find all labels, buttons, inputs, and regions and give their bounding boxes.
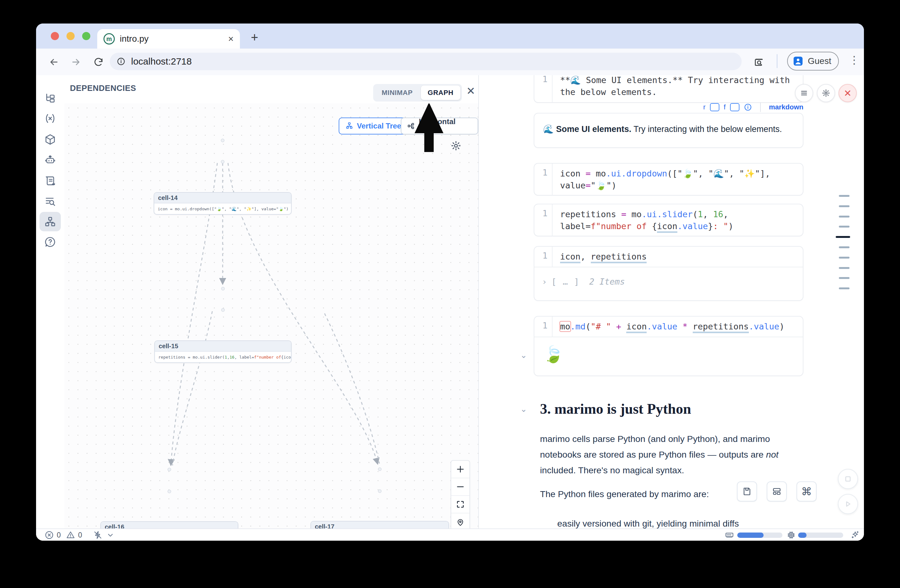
code-cell-dropdown[interactable]: 1 icon = mo.ui.dropdown(["🍃", "🌊", "✨"],… bbox=[534, 163, 804, 196]
minimap-dash[interactable] bbox=[839, 257, 849, 258]
cell-code[interactable]: repetitions = mo.ui.slider(1, 16,label=f… bbox=[552, 204, 734, 236]
dependency-graph-canvas[interactable]: Vertical Tree Horizontal Tree cell-14 ic… bbox=[64, 104, 478, 528]
sidebar-item-file-explorer[interactable] bbox=[39, 88, 61, 108]
profile-button[interactable]: Guest bbox=[787, 52, 839, 71]
sidebar-item-snippets[interactable] bbox=[39, 171, 61, 190]
tab-close-icon[interactable]: × bbox=[228, 34, 234, 43]
toggle-f-label: f bbox=[724, 103, 726, 111]
save-button[interactable] bbox=[737, 481, 757, 501]
fit-view-button[interactable] bbox=[451, 496, 469, 514]
line-number: 1 bbox=[534, 317, 552, 337]
line-number: 1 bbox=[534, 164, 552, 196]
sidebar-item-variables[interactable] bbox=[39, 109, 61, 128]
zoom-in-button[interactable] bbox=[451, 461, 469, 478]
window-minimize-button[interactable] bbox=[67, 32, 74, 40]
graph-node-cell-14[interactable]: cell-14 icon = mo.ui.dropdown(["🍃", "🌊",… bbox=[154, 192, 292, 215]
graph-node-cell-16[interactable]: cell-16 icon, repetitions bbox=[100, 521, 238, 528]
markdown-code-cell[interactable]: 1 **🌊 Some UI elements.** Try interactin… bbox=[534, 75, 804, 103]
sidebar-item-dependency-graph[interactable] bbox=[39, 212, 61, 231]
section-collapse-chevron-icon[interactable]: ⌄ bbox=[520, 404, 527, 414]
node-title: cell-15 bbox=[155, 341, 291, 352]
play-icon bbox=[844, 500, 852, 508]
site-info-icon[interactable] bbox=[116, 57, 126, 66]
language-label[interactable]: markdown bbox=[769, 103, 804, 111]
collapse-chevron-icon[interactable]: ⌄ bbox=[520, 350, 527, 360]
dependencies-panel: DEPENDENCIES MINIMAP GRAPH ✕ bbox=[64, 75, 478, 528]
toggle-r-switch[interactable] bbox=[710, 103, 719, 111]
sidebar-item-help[interactable] bbox=[39, 232, 61, 252]
expand-chevron-icon[interactable]: › bbox=[542, 277, 547, 286]
file-tree-icon bbox=[44, 92, 56, 104]
ai-sparkle-icon[interactable] bbox=[850, 530, 860, 540]
window-zoom-button[interactable] bbox=[82, 32, 90, 40]
panel-close-icon[interactable]: ✕ bbox=[466, 85, 475, 97]
code-cell-tuple[interactable]: 1 icon, repetitions ›[…] 2 Items bbox=[534, 246, 804, 301]
graph-settings-button[interactable] bbox=[451, 141, 461, 151]
tab-search-icon[interactable] bbox=[754, 57, 764, 67]
layout-button[interactable] bbox=[767, 481, 787, 501]
code-cell-md[interactable]: 1 mo.md("# " + icon.value * repetitions.… bbox=[534, 316, 804, 376]
help-bubble-icon bbox=[44, 236, 56, 248]
cell-toolbar: r f markdown bbox=[534, 100, 804, 114]
minimap-dash[interactable] bbox=[839, 288, 849, 289]
zoom-out-button[interactable] bbox=[451, 478, 469, 496]
reload-icon[interactable] bbox=[93, 57, 104, 67]
autorun-off-icon[interactable] bbox=[93, 530, 102, 540]
minimap-dash[interactable] bbox=[836, 236, 850, 238]
minimap-dash[interactable] bbox=[839, 205, 849, 207]
minimap-dash[interactable] bbox=[839, 246, 849, 248]
notebook-settings-button[interactable] bbox=[817, 84, 835, 102]
sidebar-item-packages[interactable] bbox=[39, 130, 61, 149]
shutdown-button[interactable]: ✕ bbox=[838, 84, 857, 102]
keyboard-shortcuts-button[interactable]: ⌘ bbox=[796, 481, 816, 501]
warnings-icon[interactable] bbox=[66, 530, 75, 540]
new-tab-button[interactable]: + bbox=[251, 30, 258, 45]
dependency-edges bbox=[64, 104, 478, 528]
window-close-button[interactable] bbox=[51, 32, 59, 40]
node-code: repetitions = mo.ui.slider(1, 16, label=… bbox=[155, 352, 291, 362]
tab-graph[interactable]: GRAPH bbox=[421, 85, 460, 100]
minimap-dash[interactable] bbox=[839, 195, 849, 197]
browser-tab[interactable]: m intro.py × bbox=[97, 29, 240, 49]
vertical-tree-button[interactable]: Vertical Tree bbox=[339, 118, 407, 135]
minimap-dash[interactable] bbox=[839, 226, 849, 227]
back-icon[interactable] bbox=[49, 57, 59, 67]
run-button[interactable] bbox=[838, 494, 858, 514]
cell-code[interactable]: icon, repetitions bbox=[552, 247, 647, 267]
browser-window: m intro.py × + localhost:2718 Guest ⋮ bbox=[36, 23, 864, 541]
notebook-menu-button[interactable] bbox=[795, 84, 813, 102]
toggle-r-label: r bbox=[703, 103, 706, 111]
line-number: 1 bbox=[534, 247, 552, 267]
minimap-dash[interactable] bbox=[839, 216, 849, 218]
node-title: cell-16 bbox=[101, 522, 238, 528]
items-count: 2 Items bbox=[589, 277, 625, 286]
info-icon[interactable] bbox=[744, 103, 752, 111]
errors-icon[interactable] bbox=[45, 530, 54, 540]
sidebar-item-table-of-contents[interactable] bbox=[39, 192, 61, 211]
status-bar: 0 0 bbox=[36, 528, 864, 541]
sidebar-item-ai-chat[interactable] bbox=[39, 150, 61, 170]
minimap-dash[interactable] bbox=[839, 267, 849, 269]
minimap-dash[interactable] bbox=[839, 277, 849, 279]
fullscreen-icon bbox=[456, 500, 465, 509]
code-cell-slider[interactable]: 1 repetitions = mo.ui.slider(1, 16,label… bbox=[534, 204, 804, 236]
browser-menu-icon[interactable]: ⋮ bbox=[849, 54, 860, 66]
graph-node-cell-17[interactable]: cell-17 mo.md("# " + icon.value * repeti… bbox=[310, 521, 449, 528]
graph-node-cell-15[interactable]: cell-15 repetitions = mo.ui.slider(1, 16… bbox=[154, 340, 292, 363]
errors-count: 0 bbox=[57, 531, 61, 539]
cell-code[interactable]: mo.md("# " + icon.value * repetitions.va… bbox=[552, 317, 784, 337]
tab-minimap[interactable]: MINIMAP bbox=[375, 85, 420, 100]
locate-node-button[interactable] bbox=[451, 514, 469, 528]
status-chevron-icon[interactable] bbox=[106, 530, 115, 540]
cell-output[interactable]: ›[…] 2 Items bbox=[534, 267, 803, 296]
package-cube-icon bbox=[44, 133, 56, 145]
toggle-f-switch[interactable] bbox=[730, 103, 739, 111]
cell-code[interactable]: icon = mo.ui.dropdown(["🍃", "🌊", "✨"],va… bbox=[552, 164, 770, 196]
forward-icon[interactable] bbox=[71, 57, 81, 67]
cpu-icon bbox=[787, 530, 796, 540]
toolbar-divider bbox=[760, 102, 761, 112]
close-x-icon: ✕ bbox=[844, 88, 851, 99]
url-bar[interactable]: localhost:2718 bbox=[110, 53, 742, 70]
cell-code[interactable]: **🌊 Some UI elements.** Try interacting … bbox=[552, 75, 790, 102]
stop-button[interactable] bbox=[838, 469, 858, 489]
